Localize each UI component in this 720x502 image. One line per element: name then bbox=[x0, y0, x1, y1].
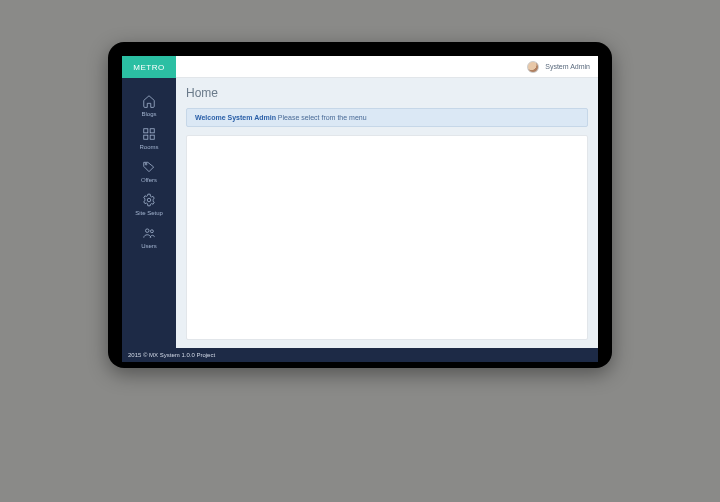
sidebar: METRO Blogs Rooms bbox=[122, 56, 176, 348]
user-label[interactable]: System Admin bbox=[545, 63, 590, 70]
sidebar-item-label: Users bbox=[141, 243, 157, 249]
laptop-bezel: METRO Blogs Rooms bbox=[108, 42, 612, 368]
footer: 2015 © MX System 1.0.0 Project bbox=[122, 348, 598, 362]
welcome-rest: Please select from the menu bbox=[276, 114, 367, 121]
grid-icon bbox=[142, 127, 156, 142]
content-panel bbox=[186, 135, 588, 340]
welcome-banner: Welcome System Admin Please select from … bbox=[186, 108, 588, 127]
brand-text: METRO bbox=[133, 63, 164, 72]
svg-point-7 bbox=[150, 230, 153, 233]
svg-point-6 bbox=[146, 229, 150, 233]
avatar[interactable] bbox=[527, 61, 539, 73]
svg-point-4 bbox=[145, 163, 147, 165]
svg-point-5 bbox=[147, 198, 151, 202]
users-icon bbox=[142, 226, 156, 241]
topbar: System Admin bbox=[176, 56, 598, 78]
svg-rect-1 bbox=[150, 129, 154, 133]
svg-rect-0 bbox=[144, 129, 148, 133]
content: Home Welcome System Admin Please select … bbox=[176, 78, 598, 348]
gear-icon bbox=[142, 193, 156, 208]
brand-logo[interactable]: METRO bbox=[122, 56, 176, 78]
tag-icon bbox=[142, 160, 156, 175]
welcome-strong: Welcome System Admin bbox=[195, 114, 276, 121]
sidebar-item-rooms[interactable]: Rooms bbox=[122, 127, 176, 150]
sidebar-item-label: Offers bbox=[141, 177, 157, 183]
sidebar-item-offers[interactable]: Offers bbox=[122, 160, 176, 183]
sidebar-item-blogs[interactable]: Blogs bbox=[122, 94, 176, 117]
sidebar-nav: Blogs Rooms Offers bbox=[122, 88, 176, 249]
page-title: Home bbox=[186, 86, 588, 100]
svg-rect-2 bbox=[144, 135, 148, 139]
sidebar-item-users[interactable]: Users bbox=[122, 226, 176, 249]
main-area: System Admin Home Welcome System Admin P… bbox=[176, 56, 598, 348]
sidebar-item-label: Site Setup bbox=[135, 210, 163, 216]
footer-text: 2015 © MX System 1.0.0 Project bbox=[128, 352, 215, 358]
sidebar-item-site-setup[interactable]: Site Setup bbox=[122, 193, 176, 216]
sidebar-item-label: Rooms bbox=[139, 144, 158, 150]
app-screen: METRO Blogs Rooms bbox=[122, 56, 598, 362]
sidebar-item-label: Blogs bbox=[141, 111, 156, 117]
home-icon bbox=[142, 94, 156, 109]
svg-rect-3 bbox=[150, 135, 154, 139]
